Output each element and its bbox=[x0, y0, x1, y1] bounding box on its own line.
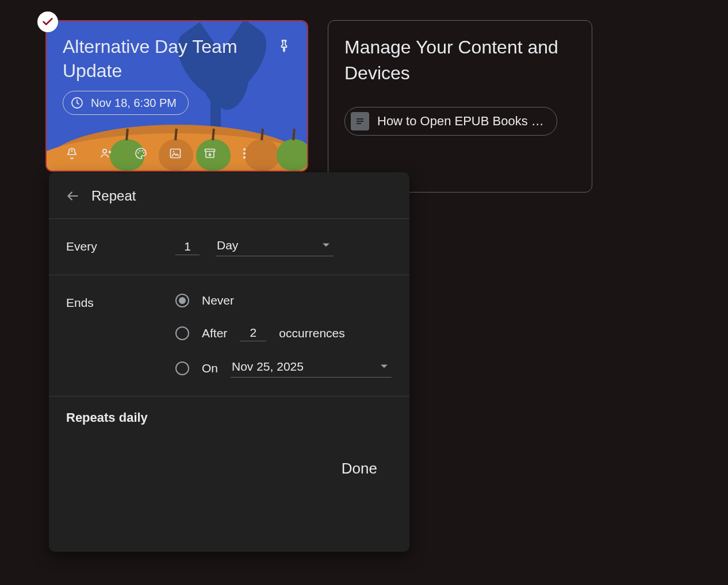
remind-me-button[interactable] bbox=[64, 145, 80, 161]
back-button[interactable] bbox=[64, 187, 81, 205]
svg-point-5 bbox=[143, 152, 144, 153]
add-image-button[interactable] bbox=[167, 145, 183, 161]
ends-after-suffix: occurrences bbox=[279, 326, 344, 340]
background-options-button[interactable] bbox=[133, 145, 149, 161]
ends-never-label: Never bbox=[202, 294, 234, 307]
svg-rect-12 bbox=[357, 118, 363, 120]
svg-point-7 bbox=[173, 151, 175, 153]
archive-button[interactable] bbox=[202, 145, 218, 161]
repeat-summary: Repeats daily bbox=[66, 410, 392, 425]
ends-after-label: After bbox=[202, 326, 227, 340]
svg-rect-14 bbox=[357, 123, 361, 124]
ends-label: Ends bbox=[66, 294, 175, 310]
more-button[interactable] bbox=[236, 145, 252, 161]
svg-point-11 bbox=[243, 156, 246, 159]
svg-point-9 bbox=[243, 148, 246, 151]
ends-on-date-value: Nov 25, 2025 bbox=[232, 360, 304, 374]
svg-point-1 bbox=[103, 149, 106, 153]
svg-point-3 bbox=[139, 150, 140, 151]
arrow-left-icon bbox=[65, 188, 80, 203]
note-title[interactable]: Alternative Day Team Update bbox=[63, 35, 273, 83]
pin-icon bbox=[277, 39, 292, 54]
ends-never-radio[interactable] bbox=[175, 294, 189, 307]
ends-on-date-select[interactable]: Nov 25, 2025 bbox=[231, 359, 392, 378]
attachment-chip[interactable]: How to Open EPUB Books o… bbox=[344, 107, 557, 136]
note-title[interactable]: Manage Your Content and Devices bbox=[344, 34, 576, 86]
svg-point-4 bbox=[141, 150, 143, 151]
every-unit-select[interactable]: Day bbox=[216, 237, 334, 256]
attachment-label: How to Open EPUB Books o… bbox=[377, 114, 546, 129]
person-plus-icon bbox=[99, 147, 114, 160]
bell-plus-icon bbox=[65, 147, 79, 160]
ends-after-radio[interactable] bbox=[175, 326, 189, 340]
note-card-alternative-day[interactable]: Alternative Day Team Update Nov 18, 6:30… bbox=[45, 20, 308, 172]
occurrence-count-input[interactable] bbox=[240, 325, 266, 341]
svg-rect-13 bbox=[357, 121, 363, 122]
svg-rect-6 bbox=[171, 149, 181, 158]
check-icon bbox=[41, 16, 54, 28]
note-card-manage-content[interactable]: Manage Your Content and Devices How to O… bbox=[328, 20, 592, 193]
palette-icon bbox=[133, 147, 148, 160]
reminder-chip[interactable]: Nov 18, 6:30 PM bbox=[63, 91, 189, 115]
ends-on-label: On bbox=[202, 361, 218, 375]
pin-button[interactable] bbox=[273, 35, 296, 58]
repeat-dialog: Repeat Every Day Ends Never After bbox=[49, 172, 409, 552]
svg-point-10 bbox=[243, 152, 246, 155]
dialog-title: Repeat bbox=[91, 188, 136, 204]
chevron-down-icon bbox=[380, 363, 388, 371]
done-button[interactable]: Done bbox=[327, 454, 392, 483]
note-toolbar bbox=[63, 143, 296, 164]
ends-on-radio[interactable] bbox=[175, 361, 189, 375]
every-label: Every bbox=[66, 237, 175, 253]
every-unit-value: Day bbox=[217, 238, 238, 252]
selection-check-badge[interactable] bbox=[37, 11, 58, 32]
more-vertical-icon bbox=[242, 147, 247, 160]
svg-point-2 bbox=[137, 152, 139, 153]
collaborator-button[interactable] bbox=[98, 145, 114, 161]
image-icon bbox=[168, 147, 182, 160]
every-count-input[interactable] bbox=[175, 238, 200, 255]
svg-rect-8 bbox=[205, 149, 215, 152]
reminder-text: Nov 18, 6:30 PM bbox=[91, 97, 177, 110]
clock-icon bbox=[70, 96, 84, 110]
archive-icon bbox=[203, 147, 217, 160]
document-icon bbox=[351, 112, 369, 130]
chevron-down-icon bbox=[322, 241, 330, 249]
